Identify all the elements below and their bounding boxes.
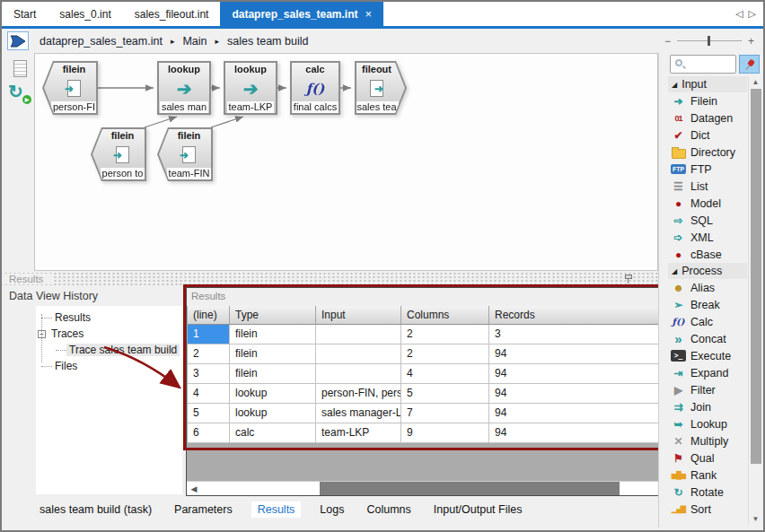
palette-item-sql[interactable]: ⇨SQL bbox=[668, 212, 747, 229]
scrollbar-track[interactable] bbox=[201, 482, 655, 495]
breadcrumb-main[interactable]: Main bbox=[182, 35, 207, 48]
palette-scrollbar[interactable]: ▲ ▼ bbox=[748, 76, 762, 526]
palette-item-rotate[interactable]: ↻Rotate bbox=[668, 484, 747, 501]
palette-item-model[interactable]: ●Model bbox=[668, 195, 747, 212]
zoom-slider-thumb[interactable] bbox=[708, 36, 710, 46]
breadcrumb-task[interactable]: sales team build bbox=[227, 35, 308, 48]
row-selector-cell[interactable]: 1 bbox=[188, 325, 230, 344]
zoom-in-button[interactable]: + bbox=[748, 35, 754, 48]
palette-item-sort[interactable]: ▁▄▇Sort bbox=[668, 501, 747, 518]
table-row[interactable]: 5 lookup sales manager-L... 7 94 bbox=[188, 404, 669, 423]
palette-item-concat[interactable]: »Concat bbox=[668, 330, 747, 347]
palette-item-multiply[interactable]: ✕Multiply bbox=[668, 432, 747, 449]
palette-section-process[interactable]: ◢ Process bbox=[668, 263, 747, 279]
row-selector-cell[interactable]: 3 bbox=[188, 364, 230, 383]
breadcrumb-file[interactable]: dataprep_sales_team.int bbox=[40, 35, 163, 48]
scrollbar-thumb[interactable] bbox=[320, 482, 620, 495]
tree-item-trace-sales-team-build[interactable]: Trace sales team build bbox=[36, 342, 182, 358]
scroll-down-icon[interactable]: ▼ bbox=[752, 513, 760, 526]
row-selector-cell[interactable]: 6 bbox=[188, 423, 230, 442]
column-header-records[interactable]: Records bbox=[489, 306, 669, 324]
tab-results[interactable]: Results bbox=[251, 501, 302, 518]
tree-item-files[interactable]: Files bbox=[36, 358, 182, 374]
tab-start[interactable]: Start bbox=[2, 2, 48, 26]
palette-item-lookup[interactable]: ➥Lookup bbox=[668, 415, 747, 432]
palette-item-expand[interactable]: ⇥Expand bbox=[668, 364, 747, 381]
palette-item-datagen[interactable]: 01Datagen bbox=[668, 109, 747, 126]
row-selector-cell[interactable]: 4 bbox=[188, 384, 230, 403]
history-refresh-icon[interactable]: ↻▶ bbox=[8, 82, 30, 103]
row-selector-cell[interactable]: 2 bbox=[188, 344, 230, 363]
node-sales-man[interactable]: lookup ➔ sales man bbox=[157, 61, 211, 115]
node-person-to[interactable]: filein ➜ person to bbox=[91, 127, 146, 181]
column-header-input[interactable]: Input bbox=[316, 306, 401, 324]
node-person-FI[interactable]: filein ➜ person-FI bbox=[42, 61, 98, 115]
palette-item-join[interactable]: ⇉Join bbox=[668, 398, 747, 415]
scroll-left-icon[interactable]: ◀ bbox=[187, 484, 201, 493]
palette-item-directory[interactable]: Directory bbox=[668, 144, 747, 161]
tree-connector-line bbox=[41, 314, 42, 362]
column-header-line[interactable]: (line) bbox=[188, 306, 230, 324]
scrollbar-thumb[interactable] bbox=[751, 89, 761, 464]
tab-sales-team-build-task[interactable]: sales team build (task) bbox=[36, 501, 155, 518]
results-table-title: Results bbox=[187, 288, 670, 306]
close-tab-icon[interactable]: × bbox=[365, 7, 373, 21]
palette-item-cbase[interactable]: ●cBase bbox=[668, 246, 747, 263]
palette-item-dict[interactable]: ✔Dict bbox=[668, 126, 747, 144]
folder-icon bbox=[671, 145, 686, 159]
document-copy-icon[interactable] bbox=[13, 60, 27, 77]
scroll-tabs-right-icon[interactable]: ▷ bbox=[749, 8, 756, 20]
table-row[interactable]: 6 calc team-LKP 9 94 bbox=[188, 423, 669, 443]
breadcrumb-separator-icon: ▸ bbox=[215, 37, 220, 46]
scroll-up-icon[interactable]: ▲ bbox=[752, 76, 760, 89]
tree-item-results[interactable]: Results bbox=[36, 310, 182, 326]
zoom-slider-track[interactable] bbox=[677, 40, 742, 41]
palette-item-xml[interactable]: ➩XML bbox=[668, 229, 747, 246]
horizontal-scrollbar[interactable]: ◀ ▶ bbox=[187, 481, 670, 495]
tab-input-output-files[interactable]: Input/Output Files bbox=[430, 501, 526, 518]
model-icon: ● bbox=[671, 196, 686, 210]
node-team-LKP[interactable]: lookup ➔ team-LKP bbox=[224, 61, 277, 115]
node-team-FIN[interactable]: filein ➜ team-FIN bbox=[157, 127, 213, 181]
column-header-columns[interactable]: Columns bbox=[401, 306, 489, 324]
tab-columns[interactable]: Columns bbox=[363, 501, 414, 518]
palette-item-alias[interactable]: ☻Alias bbox=[668, 279, 747, 296]
palette-item-qual[interactable]: ⚑Qual bbox=[668, 449, 747, 467]
palette-item-filter[interactable]: ▶Filter bbox=[668, 381, 747, 398]
palette-item-calc[interactable]: ƒ()Calc bbox=[668, 313, 747, 330]
palette-item-filein[interactable]: ➜Filein bbox=[668, 92, 747, 109]
tab-sales-fileout[interactable]: sales_fileout.int bbox=[123, 2, 221, 26]
node-final-calcs[interactable]: calc ƒ() final calcs bbox=[290, 61, 340, 115]
flow-canvas[interactable]: filein ➜ person-FI lookup ➔ sales man lo… bbox=[34, 53, 658, 271]
grid-empty-area bbox=[187, 443, 670, 481]
node-sales-tea[interactable]: fileout ➜ sales tea bbox=[355, 61, 407, 115]
palette-item-list[interactable]: ☰List bbox=[668, 178, 747, 195]
break-icon: ➢ bbox=[671, 298, 686, 311]
tree-item-traces[interactable]: − Traces bbox=[36, 326, 182, 342]
zoom-out-button[interactable]: − bbox=[664, 35, 671, 48]
tab-parameters[interactable]: Parameters bbox=[171, 501, 236, 518]
search-input[interactable] bbox=[670, 55, 736, 74]
column-header-type[interactable]: Type bbox=[230, 306, 316, 324]
scroll-tabs-left-icon[interactable]: ◁ bbox=[735, 8, 743, 20]
palette-list: ◢ Input ➜Filein 01Datagen ✔Dict Director… bbox=[668, 76, 747, 518]
tab-logs[interactable]: Logs bbox=[316, 501, 347, 518]
palette-item-execute[interactable]: >_Execute bbox=[668, 347, 747, 364]
table-row[interactable]: 1 filein 2 3 bbox=[188, 325, 669, 344]
palette-section-input[interactable]: ◢ Input bbox=[668, 76, 747, 92]
ftp-icon: FTP bbox=[671, 164, 686, 174]
palette-item-rank[interactable]: ▅█▅Rank bbox=[668, 467, 747, 484]
dock-pin-icon[interactable] bbox=[624, 274, 633, 283]
results-panel-splitter[interactable]: Results bbox=[2, 271, 658, 286]
palette-item-break[interactable]: ➢Break bbox=[668, 296, 747, 313]
table-row[interactable]: 2 filein 2 94 bbox=[188, 344, 669, 364]
lookup-icon: ➔ bbox=[242, 75, 260, 101]
run-button[interactable] bbox=[7, 31, 29, 50]
table-row[interactable]: 3 filein 4 94 bbox=[188, 364, 669, 384]
row-selector-cell[interactable]: 5 bbox=[188, 404, 230, 423]
palette-item-ftp[interactable]: FTPFTP bbox=[668, 161, 747, 178]
tab-dataprep-sales-team[interactable]: dataprep_sales_team.int × bbox=[220, 2, 383, 26]
tab-sales-0[interactable]: sales_0.int bbox=[48, 2, 122, 26]
pin-palette-button[interactable] bbox=[739, 55, 760, 74]
table-row[interactable]: 4 lookup person-FIN, pers... 5 94 bbox=[188, 384, 669, 404]
